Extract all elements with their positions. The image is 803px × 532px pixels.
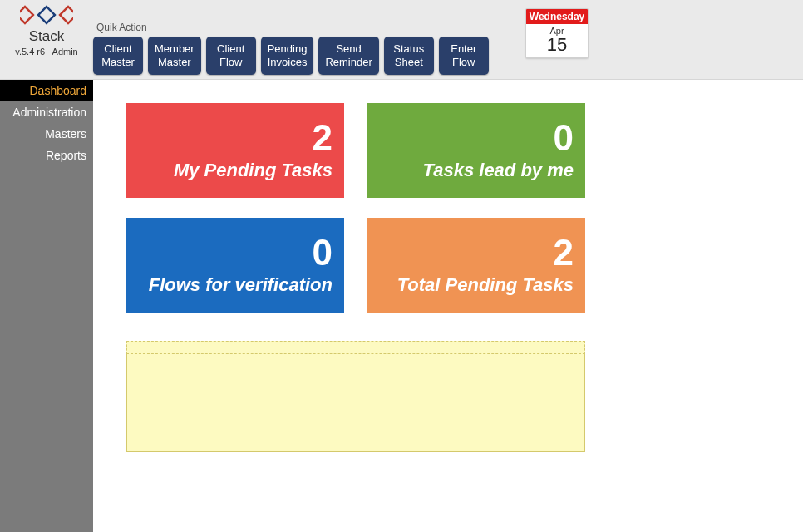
svg-rect-2 [60,7,73,23]
notes-panel [126,341,585,456]
tile-value: 2 [313,120,333,156]
quick-action-area: Quik Action Client Master Member Master … [93,0,489,75]
header: Stack v.5.4 r6 Admin Quik Action Client … [0,0,803,80]
sidebar-item-administration[interactable]: Administration [0,101,93,123]
date-widget: Wednesday Apr 15 [525,8,589,58]
svg-rect-1 [38,7,55,23]
quick-action-label: Quik Action [96,22,489,33]
tile-value: 2 [554,234,574,271]
brand-block: Stack v.5.4 r6 Admin [0,0,93,57]
sidebar-item-masters[interactable]: Masters [0,123,93,145]
tile-label: Total Pending Tasks [397,274,574,296]
version-text: v.5.4 r6 [15,47,45,57]
brand-name: Stack [0,28,93,45]
notes-textarea[interactable] [126,354,585,452]
logo-icon [20,3,73,27]
tile-my-pending-tasks[interactable]: 2 My Pending Tasks [126,103,344,198]
role-text: Admin [52,47,78,57]
tile-label: My Pending Tasks [174,160,333,181]
qa-member-master[interactable]: Member Master [148,37,201,75]
qa-client-flow[interactable]: Client Flow [206,37,256,75]
tile-total-pending-tasks[interactable]: 2 Total Pending Tasks [367,218,585,313]
brand-meta: v.5.4 r6 Admin [0,47,93,57]
dashboard-grid: 2 My Pending Tasks 0 Tasks lead by me 0 … [126,103,803,313]
sidebar-item-dashboard[interactable]: Dashboard [0,80,93,101]
body: Dashboard Administration Masters Reports… [0,80,803,532]
qa-send-reminder[interactable]: Send Reminder [318,37,378,75]
notes-header-strip [126,341,585,354]
tile-label: Flows for verification [149,274,333,296]
quick-action-buttons: Client Master Member Master Client Flow … [93,37,489,75]
date-weekday: Wednesday [526,9,588,24]
tile-value: 0 [313,234,333,271]
qa-client-master[interactable]: Client Master [93,37,143,75]
qa-enter-flow[interactable]: Enter Flow [439,37,489,75]
date-day-number: 15 [526,36,588,57]
svg-rect-0 [20,7,33,23]
sidebar: Dashboard Administration Masters Reports [0,80,93,532]
tile-flows-for-verification[interactable]: 0 Flows for verification [126,218,344,313]
main-area: 2 My Pending Tasks 0 Tasks lead by me 0 … [93,80,803,532]
tile-tasks-lead-by-me[interactable]: 0 Tasks lead by me [367,103,585,198]
sidebar-item-reports[interactable]: Reports [0,145,93,166]
qa-pending-invoices[interactable]: Pending Invoices [261,37,314,75]
tile-value: 0 [554,120,574,156]
app-root: Stack v.5.4 r6 Admin Quik Action Client … [0,0,803,532]
tile-label: Tasks lead by me [423,160,574,181]
qa-status-sheet[interactable]: Status Sheet [384,37,434,75]
